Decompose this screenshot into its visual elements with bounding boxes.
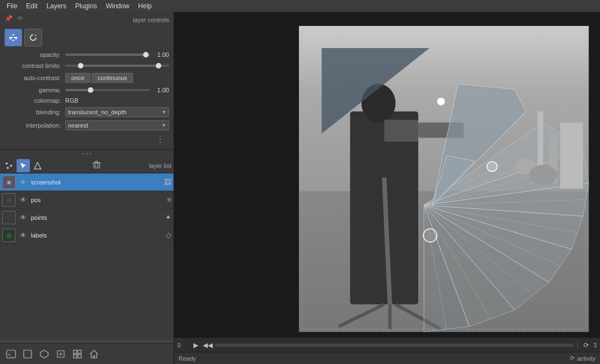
svg-line-38 [424,205,583,216]
blending-value: translucent_no_depth [68,109,127,115]
gamma-value: 1.00 [152,87,169,93]
svg-point-57 [529,165,557,185]
svg-line-33 [424,150,583,205]
colormap-label: colormap: [4,97,65,104]
svg-marker-3 [34,162,41,169]
svg-rect-20 [299,191,588,332]
svg-line-43 [424,205,531,293]
layer-item-labels[interactable]: ▧ 👁 labels ◇ [0,226,173,244]
svg-line-47 [424,205,446,329]
current-frame: 0 [177,342,188,349]
blending-label: blending: [4,109,65,115]
canvas-area[interactable] [174,12,600,337]
svg-line-28 [384,177,390,304]
layer-eye-pos[interactable]: 👁 [18,194,29,205]
layer-eye-screenshot[interactable]: 👁 [18,177,29,188]
svg-line-36 [424,183,588,205]
colormap-value: RGB [65,97,78,104]
pin-button[interactable]: 📌 [4,14,13,23]
layer-type-icon-pos: ≡ [167,196,171,204]
layer-item-points[interactable]: ⊹ 👁 points ✦ [0,209,173,226]
colormap-row: colormap: RGB [4,97,169,104]
menu-help[interactable]: Help [134,1,156,11]
auto-contrast-label: auto-contrast: [4,75,65,81]
left-panel: 📌 ⟳ layer controls [0,12,174,364]
svg-line-45 [424,205,492,321]
add-layer-button[interactable] [2,159,15,172]
blending-dropdown[interactable]: translucent_no_depth ▼ [65,107,169,117]
svg-line-46 [424,205,469,326]
playback-bar: 0 ▶ ◀◀ ⟳ 3 [174,337,600,352]
svg-point-22 [361,84,396,123]
menu-window[interactable]: Window [101,1,134,11]
3d-view-button[interactable] [36,346,52,362]
layer-thumb-points: ⊹ [2,211,15,224]
svg-line-31 [424,134,560,205]
activity-button[interactable]: ⟳ activity [570,355,596,362]
layer-eye-points[interactable]: 👁 [18,212,29,223]
svg-marker-29 [322,48,429,134]
home-button[interactable] [86,346,102,362]
svg-rect-53 [538,112,543,167]
layer-thumb-pos: ▤ [2,193,15,207]
total-frames: 3 [593,342,597,349]
layer-eye-labels[interactable]: 👁 [18,230,29,241]
2d-view-button[interactable] [20,346,35,362]
menu-layers[interactable]: Layers [42,1,71,11]
status-text: Ready [178,355,570,362]
shapes-button[interactable] [31,159,44,172]
layer-item-screenshot[interactable]: ▣ 👁 screenshot 🖼 [0,173,173,191]
blending-row: blending: translucent_no_depth ▼ [4,107,169,117]
roll-view-button[interactable] [53,346,69,362]
main-area: 📌 ⟳ layer controls [0,12,600,364]
svg-point-51 [423,229,437,242]
grid-button[interactable] [70,346,85,362]
blending-arrow: ▼ [161,109,166,115]
refresh-button[interactable]: ⟳ [15,14,24,23]
gamma-slider[interactable] [65,86,150,94]
timeline-track[interactable] [215,344,574,347]
svg-point-56 [515,159,538,175]
move-button[interactable] [4,29,22,46]
interpolation-arrow: ▼ [161,123,166,128]
opacity-slider[interactable] [65,51,150,59]
play-button[interactable]: ▶ [191,340,201,350]
contrast-label: contrast limits: [4,62,65,69]
contrast-slider[interactable] [65,62,169,70]
layer-name-points: points [31,214,163,221]
layer-list-section: layer list ▣ 👁 screenshot 🖼 ▤ [0,158,173,343]
menu-plugins[interactable]: Plugins [71,1,101,11]
layer-list-header: layer list [0,158,173,173]
layer-name-pos: pos [31,197,165,203]
menu-edit[interactable]: Edit [22,1,42,11]
continuous-button[interactable]: continuous [92,73,133,83]
svg-rect-55 [549,134,557,183]
layer-list: ▣ 👁 screenshot 🖼 ▤ 👁 pos ≡ [0,173,173,340]
delete-layer-button[interactable] [91,160,103,171]
once-button[interactable]: once [65,73,91,83]
step-back-button[interactable]: ◀◀ [203,340,213,350]
menubar: File Edit Layers Plugins Window Help [0,0,600,12]
svg-line-42 [424,205,549,282]
svg-line-44 [424,205,514,310]
svg-line-30 [424,123,543,205]
menu-file[interactable]: File [2,1,22,11]
auto-contrast-row: auto-contrast: once continuous [4,73,169,83]
interpolation-dropdown[interactable]: nearest ▼ [65,120,169,130]
select-button[interactable] [17,159,30,172]
layer-name-labels: labels [31,232,164,239]
content-area: 0 ▶ ◀◀ ⟳ 3 Ready ⟳ activity [174,12,600,364]
controls-menu-dots[interactable]: ⋮ [154,134,167,145]
svg-rect-19 [299,26,588,191]
panel-resize-handle[interactable]: • • • [0,150,173,158]
layer-name-screenshot: screenshot [31,179,162,186]
svg-point-0 [6,162,8,165]
layer-controls-panel: 📌 ⟳ layer controls [0,12,173,150]
layer-item-pos[interactable]: ▤ 👁 pos ≡ [0,191,173,209]
svg-point-1 [10,165,12,167]
rotate-button[interactable] [24,29,42,46]
canvas-svg [174,12,600,337]
playback-icons: ⟳ 3 [581,340,597,350]
console-button[interactable]: >_ [3,346,19,362]
loop-button[interactable]: ⟳ [581,340,591,350]
